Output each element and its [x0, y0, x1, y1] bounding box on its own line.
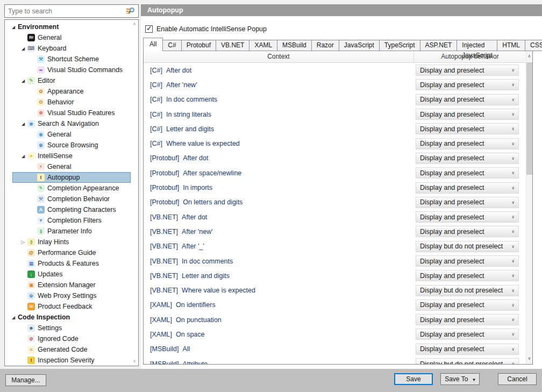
tab-razor[interactable]: Razor [311, 40, 339, 51]
sidebar-item-general[interactable]: ⚡General [5, 161, 131, 172]
behavior-value: Display and preselect [420, 198, 511, 206]
sidebar-item-search-navigation[interactable]: ◢◉Search & Navigation [5, 118, 131, 129]
behavior-dropdown[interactable]: Display and preselect∨ [416, 123, 519, 134]
sidebar-item-source-browsing[interactable]: ⊕Source Browsing [5, 140, 131, 151]
sidebar-item-visual-studio-features[interactable]: ✻Visual Studio Features [5, 108, 131, 118]
tab-asp-net[interactable]: ASP.NET [420, 40, 458, 51]
table-scrollbar[interactable]: ∧ ∨ [526, 51, 532, 364]
sidebar-item-general[interactable]: ◉General [5, 129, 131, 140]
tab-all[interactable]: All [143, 38, 163, 51]
behavior-dropdown[interactable]: Display but do not preselect∨ [416, 241, 519, 252]
sidebar-item-completion-appearance[interactable]: ✎Completion Appearance [5, 183, 131, 194]
behavior-dropdown[interactable]: Display and preselect∨ [416, 167, 519, 179]
sidebar-item-editor[interactable]: ◢✎Editor [5, 75, 131, 86]
tab-protobuf[interactable]: Protobuf [181, 40, 216, 51]
expanded-arrow-icon[interactable]: ◢ [19, 46, 27, 51]
behavior-dropdown[interactable]: Display and preselect∨ [416, 344, 519, 355]
sidebar-item-autopopup[interactable]: IAutopopup [5, 172, 131, 183]
behavior-dropdown[interactable]: Display and preselect∨ [416, 314, 519, 325]
behavior-cell: Display and preselect∨ [414, 182, 526, 194]
sidebar-scrollbar[interactable]: ∧ ∨ [131, 21, 138, 365]
sidebar-item-general[interactable]: R#General [5, 32, 131, 43]
sidebar-item-behavior[interactable]: ⚙Behavior [5, 97, 131, 108]
manage-button[interactable]: Manage... [5, 374, 46, 386]
tab-c[interactable]: C# [162, 40, 181, 51]
sidebar-item-completing-characters[interactable]: ACompleting Characters [5, 204, 131, 215]
behavior-dropdown[interactable]: Display and preselect∨ [416, 270, 519, 281]
sidebar-item-shortcut-scheme[interactable]: ⚒Shortcut Scheme [5, 54, 131, 65]
search-input[interactable] [8, 5, 121, 17]
sidebar-item-extension-manager[interactable]: ▣Extension Manager [5, 280, 131, 290]
behavior-dropdown[interactable]: Display and preselect∨ [416, 197, 519, 208]
sidebar-item-performance-guide[interactable]: @Performance Guide [5, 247, 131, 258]
enable-autopopup-checkbox[interactable]: ✓ [145, 25, 153, 33]
sidebar-item-parameter-info[interactable]: ()Parameter Info [5, 226, 131, 237]
sidebar-item-inlay-hints[interactable]: ▷()Inlay Hints [5, 237, 131, 247]
sidebar-item-updates[interactable]: ↓Updates [5, 269, 131, 280]
behavior-dropdown[interactable]: Display and preselect∨ [416, 255, 519, 267]
completion-appearance-icon: ✎ [37, 184, 45, 192]
sidebar-item-environment[interactable]: ◢Environment [5, 22, 131, 32]
save-button[interactable]: Save [394, 373, 433, 385]
behavior-dropdown[interactable]: Display and preselect∨ [416, 94, 519, 105]
behavior-dropdown[interactable]: Display but do not preselect∨ [416, 358, 519, 364]
tab-injected-javascript[interactable]: Injected JavaScript [457, 40, 497, 51]
search-filter-icon[interactable] [126, 8, 135, 15]
column-header-context[interactable]: Context [144, 51, 414, 62]
behavior-dropdown[interactable]: Display and preselect∨ [416, 138, 519, 149]
sidebar-item-ignored-code[interactable]: ⊘Ignored Code [5, 333, 131, 344]
cancel-button[interactable]: Cancel [498, 373, 537, 385]
tab-xaml[interactable]: XAML [249, 40, 277, 51]
sidebar-item-intellisense[interactable]: ◢●IntelliSense [5, 151, 131, 161]
expanded-arrow-icon[interactable]: ◢ [19, 122, 27, 126]
behavior-dropdown[interactable]: Display and preselect∨ [416, 79, 519, 90]
behavior-dropdown[interactable]: Display and preselect∨ [416, 109, 519, 120]
sidebar-item-appearance[interactable]: ✿Appearance [5, 86, 131, 97]
sidebar-item-inspection-severity[interactable]: !Inspection Severity [5, 355, 131, 366]
tab-msbuild[interactable]: MSBuild [277, 40, 312, 51]
behavior-dropdown[interactable]: Display and preselect∨ [416, 65, 519, 76]
page-title: Autopopup [147, 6, 183, 14]
context-cell: [MSBuild]All [144, 345, 414, 353]
behavior-dropdown[interactable]: Display and preselect∨ [416, 153, 519, 164]
tab-javascript[interactable]: JavaScript [339, 40, 380, 51]
tab-css[interactable]: CSS [525, 40, 542, 51]
scroll-up-icon[interactable]: ∧ [526, 53, 532, 60]
sidebar-item-products-features[interactable]: ▦Products & Features [5, 258, 131, 269]
tab-vb-net[interactable]: VB.NET [216, 40, 249, 51]
scroll-up-icon[interactable]: ∧ [131, 21, 138, 27]
sidebar-item-visual-studio-commands[interactable]: ∞Visual Studio Commands [5, 65, 131, 75]
sidebar-item-keyboard[interactable]: ◢⌨Keyboard [5, 43, 131, 54]
scroll-down-icon[interactable]: ∨ [526, 355, 532, 362]
sidebar-item-code-inspection[interactable]: ◢Code Inspection [5, 312, 131, 323]
context-cell: [VB.NET]In doc comments [144, 258, 414, 265]
sidebar-item-settings[interactable]: ☻Settings [5, 323, 131, 333]
behavior-dropdown[interactable]: Display and preselect∨ [416, 300, 519, 311]
sidebar-item-label: General [47, 131, 71, 138]
expanded-arrow-icon[interactable]: ◢ [9, 315, 18, 320]
sidebar-item-completion-behavior[interactable]: ⚒Completion Behavior [5, 194, 131, 204]
sidebar-item-completion-filters[interactable]: ▼Completion Filters [5, 215, 131, 226]
tab-html[interactable]: HTML [497, 40, 525, 51]
expanded-arrow-icon[interactable]: ◢ [19, 154, 27, 159]
scroll-down-icon[interactable]: ∨ [131, 358, 138, 365]
behavior-dropdown[interactable]: Display and preselect∨ [416, 329, 519, 340]
behavior-dropdown[interactable]: Display and preselect∨ [416, 182, 519, 194]
sidebar-item-web-proxy-settings[interactable]: ⊕Web Proxy Settings [5, 290, 131, 301]
save-to-button[interactable]: Save To▾ [440, 373, 480, 385]
sidebar-item-generated-code[interactable]: ≡Generated Code [5, 344, 131, 355]
expanded-arrow-icon[interactable]: ◢ [19, 79, 27, 83]
scrollbar-thumb[interactable] [526, 62, 532, 175]
language-tabs: AllC#ProtobufVB.NETXAMLMSBuildRazorJavaS… [143, 38, 542, 51]
table-row-c-after-new: [C#]After 'new'Display and preselect∨ [144, 77, 526, 92]
behavior-dropdown[interactable]: Display and preselect∨ [416, 211, 519, 223]
context-text: After dot [166, 67, 191, 74]
sidebar-item-label: Behavior [47, 98, 74, 106]
behavior-dropdown[interactable]: Display and preselect∨ [416, 226, 519, 237]
sidebar-item-product-feedback[interactable]: ✉Product Feedback [5, 301, 131, 312]
tab-typescript[interactable]: TypeScript [379, 40, 420, 51]
collapsed-arrow-icon[interactable]: ▷ [19, 239, 27, 245]
expanded-arrow-icon[interactable]: ◢ [9, 25, 18, 30]
behavior-dropdown[interactable]: Display but do not preselect∨ [416, 285, 519, 296]
table-content: Context Autopopup behavior [C#]After dot… [144, 51, 526, 364]
